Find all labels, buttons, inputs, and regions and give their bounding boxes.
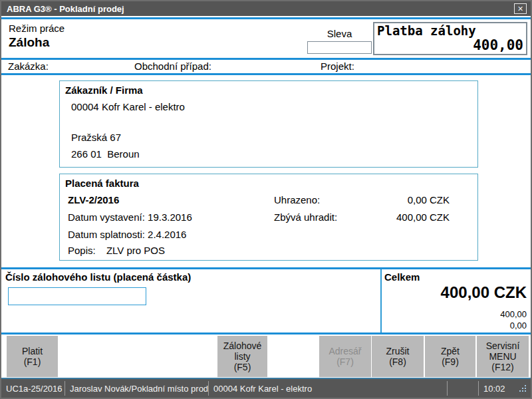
pay-button-label: Platit [22,346,43,356]
cancel-button[interactable]: Zrušit (F8) [372,336,424,377]
window-title: ABRA G3® - Pokladní prodej [7,4,124,14]
deposit-lists-button[interactable]: Zálohové listy (F5) [217,336,267,377]
invoice-description: Popis: ZLV pro POS [68,245,165,256]
address-book-button-label: Adresář [329,346,361,356]
service-menu-button-label: Servisní MENU [477,340,529,362]
total-label: Celkem [384,271,420,283]
business-case-label: Obchodní případ: [134,61,211,72]
order-row: Zakázka: Obchodní případ: Projekt: [1,60,531,73]
address-book-button-key: (F7) [336,356,354,367]
status-customer: 00004 Kofr Karel - elektro [209,384,447,394]
due-date-value: 2.4.2016 [148,229,186,240]
total-value: 400,00 CZK [441,283,527,302]
order-label: Zakázka: [8,61,49,72]
pay-button-key: (F1) [24,356,41,367]
header-section: Režim práce Záloha Sleva Platba zálohy 4… [1,19,531,58]
rounding-value: 0,00 [510,321,527,331]
main-section: Zákazník / Firma 00004 Kofr Karel - elek… [1,75,531,267]
remaining-label: Zbývá uhradit: [274,211,337,223]
paid-value: 0,00 CZK [408,194,450,205]
payment-display-box: Platba zálohy 400,00 [373,22,527,55]
customer-box: Zákazník / Firma 00004 Kofr Karel - elek… [59,80,478,168]
remaining-amount-row: Zbývá uhradit: 400,00 CZK [60,211,477,225]
due-date-label: Datum splatnosti: [68,229,145,240]
project-label: Projekt: [321,61,354,72]
address-book-button: Adresář (F7) [319,336,371,377]
back-button-label: Zpět [441,346,460,356]
summary-section: Číslo zálohového listu (placená částka) … [1,269,531,332]
customer-city: 266 01 Beroun [71,148,140,160]
service-menu-button[interactable]: Servisní MENU (F12) [477,336,529,377]
customer-code-name: 00004 Kofr Karel - elektro [71,101,185,112]
subtotal-value: 400,00 [500,309,527,319]
status-bar: UC1a-25/2016 Jaroslav Novák/Pokladní mís… [1,379,531,398]
work-mode-value: Záloha [9,35,49,50]
paid-invoice-box: Placená faktura ZLV-2/2016 Datum vystave… [59,174,478,261]
status-doc-number: UC1a-25/2016 [1,384,65,394]
status-user: Jaroslav Novák/Pokladní místo prod. [65,384,208,394]
app-window: ABRA G3® - Pokladní prodej ✕ Režim práce… [0,0,532,399]
status-clock: 10:02 [479,384,508,394]
work-mode-label: Režim práce [9,23,65,34]
description-label: Popis: [68,245,96,256]
customer-box-title: Zákazník / Firma [65,84,143,96]
paid-amount-row: Uhrazeno: 0,00 CZK [60,194,477,207]
cancel-button-key: (F8) [389,356,406,367]
deposit-lists-button-key: (F5) [234,362,251,372]
paid-label: Uhrazeno: [274,194,320,205]
cancel-button-label: Zrušit [386,346,410,356]
invoice-box-title: Placená faktura [65,178,139,189]
deposit-lists-button-label: Zálohové listy [217,340,267,362]
title-bar: ABRA G3® - Pokladní prodej ✕ [1,1,531,16]
deposit-entry-panel: Číslo zálohového listu (placená částka) [1,269,380,332]
payment-title: Platba zálohy [377,23,476,38]
invoice-due-date: Datum splatnosti: 2.4.2016 [68,229,186,240]
function-button-row: Platit (F1) Zálohové listy (F5) Adresář … [1,334,531,378]
deposit-input-label: Číslo zálohového listu (placená částka) [5,271,191,283]
payment-amount: 400,00 [473,37,523,53]
service-menu-button-key: (F12) [491,362,513,372]
discount-input[interactable] [307,41,372,54]
total-panel: Celkem 400,00 CZK 400,00 0,00 [382,269,531,332]
discount-label: Sleva [307,28,372,39]
remaining-value: 400,00 CZK [396,211,450,223]
back-button[interactable]: Zpět (F9) [425,336,475,377]
description-value: ZLV pro POS [106,245,165,256]
pay-button[interactable]: Platit (F1) [7,336,58,377]
divider [447,381,448,396]
back-button-key: (F9) [442,356,459,367]
customer-street: Pražská 67 [71,132,121,143]
resize-grip-icon[interactable] [518,384,527,393]
deposit-number-input[interactable] [8,287,146,305]
close-icon[interactable]: ✕ [514,3,527,14]
